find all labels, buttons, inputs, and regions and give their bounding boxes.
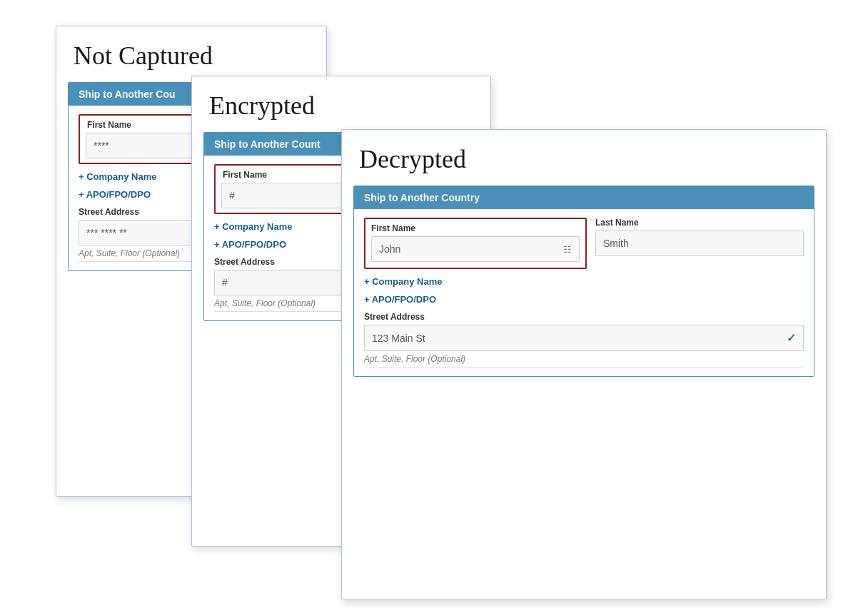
first-name-value-2: # <box>229 190 235 201</box>
apo-link-3[interactable]: + APO/FPO/DPO <box>364 294 804 305</box>
panel-header-3: Ship to Another Country <box>354 186 814 209</box>
first-name-value-1: **** <box>94 140 109 151</box>
scene: Not Captured Ship to Another Cou First N… <box>41 19 827 589</box>
street-value-2: # <box>222 277 228 288</box>
street-value-3: 123 Main St <box>372 333 425 344</box>
company-link-3[interactable]: + Company Name <box>364 276 804 287</box>
street-input-3[interactable]: 123 Main St ✓ <box>364 325 804 351</box>
street-group-3: Street Address 123 Main St ✓ <box>364 312 804 351</box>
first-name-value-3: John <box>379 243 400 255</box>
input-icon-3: ☷ <box>563 244 572 255</box>
last-name-input-3[interactable]: Smith <box>595 230 804 256</box>
panel-body-3: First Name John ☷ Last Name Smith <box>354 209 814 376</box>
street-value-1: *** **** ** <box>86 227 127 238</box>
first-name-label-3: First Name <box>371 223 580 233</box>
check-icon-3: ✓ <box>787 331 796 345</box>
last-name-value-3: Smith <box>603 238 629 249</box>
street-label-3: Street Address <box>364 312 804 322</box>
form-panel-3: Ship to Another Country First Name John … <box>353 186 814 377</box>
card-encrypted-title: Encrypted <box>192 76 490 132</box>
first-name-group-3: First Name John ☷ <box>364 218 587 269</box>
card-decrypted-title: Decrypted <box>342 130 826 186</box>
name-row-3: First Name John ☷ Last Name Smith <box>364 218 804 269</box>
first-name-input-3[interactable]: John ☷ <box>371 236 580 262</box>
last-name-group-3: Last Name Smith <box>595 218 804 269</box>
card-not-captured-title: Not Captured <box>56 26 326 82</box>
last-name-label-3: Last Name <box>595 218 804 228</box>
card-decrypted: Decrypted Ship to Another Country First … <box>341 129 827 600</box>
apt-label-3: Apt, Suite, Floor (Optional) <box>364 354 804 368</box>
